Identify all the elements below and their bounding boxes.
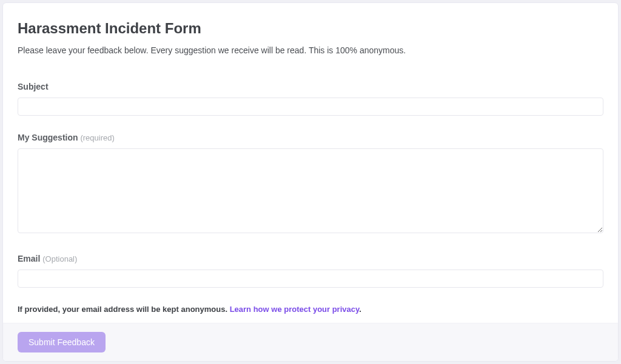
email-label-text: Email	[18, 254, 40, 263]
email-label: Email (Optional)	[18, 254, 603, 263]
suggestion-hint: (required)	[80, 133, 114, 142]
suggestion-label-text: My Suggestion	[18, 133, 78, 142]
form-footer: Submit Feedback	[3, 323, 618, 361]
form-subtitle: Please leave your feedback below. Every …	[18, 45, 603, 55]
email-hint: (Optional)	[42, 254, 77, 263]
subject-input[interactable]	[18, 98, 603, 116]
field-suggestion: My Suggestion (required)	[18, 133, 603, 236]
privacy-note: If provided, your email address will be …	[18, 305, 603, 314]
privacy-link[interactable]: Learn how we protect your privacy	[230, 305, 360, 314]
privacy-text: If provided, your email address will be …	[18, 305, 230, 314]
suggestion-textarea[interactable]	[18, 148, 603, 233]
suggestion-label: My Suggestion (required)	[18, 133, 603, 142]
submit-button[interactable]: Submit Feedback	[18, 332, 106, 352]
field-subject: Subject	[18, 82, 603, 116]
form-title: Harassment Incident Form	[18, 20, 603, 37]
field-email: Email (Optional)	[18, 254, 603, 288]
form-body: Harassment Incident Form Please leave yo…	[3, 3, 618, 323]
subject-label: Subject	[18, 82, 603, 91]
form-card: Harassment Incident Form Please leave yo…	[2, 2, 619, 362]
email-input[interactable]	[18, 270, 603, 288]
privacy-period: .	[359, 305, 361, 314]
